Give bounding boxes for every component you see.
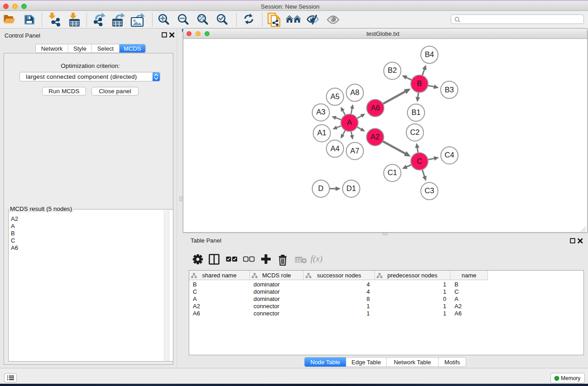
svg-text:C4: C4 [445, 151, 454, 159]
svg-text:A: A [347, 118, 352, 126]
svg-text:C1: C1 [387, 168, 397, 176]
svg-text:A3: A3 [316, 108, 325, 116]
svg-text:B2: B2 [388, 66, 397, 74]
svg-text:B: B [417, 79, 422, 87]
svg-text:D1: D1 [346, 184, 356, 192]
svg-text:D: D [318, 184, 324, 192]
svg-text:A2: A2 [371, 133, 380, 141]
svg-text:C: C [417, 157, 422, 165]
svg-text:A6: A6 [371, 104, 380, 112]
svg-text:A4: A4 [330, 144, 339, 152]
svg-text:A5: A5 [330, 92, 339, 100]
svg-text:B4: B4 [425, 50, 434, 58]
svg-text:A7: A7 [350, 147, 359, 155]
svg-text:C3: C3 [425, 186, 434, 195]
svg-text:B1: B1 [411, 108, 421, 116]
svg-text:A1: A1 [317, 129, 326, 137]
svg-text:B3: B3 [445, 86, 454, 94]
svg-text:C2: C2 [410, 128, 420, 136]
svg-text:A8: A8 [350, 88, 359, 96]
